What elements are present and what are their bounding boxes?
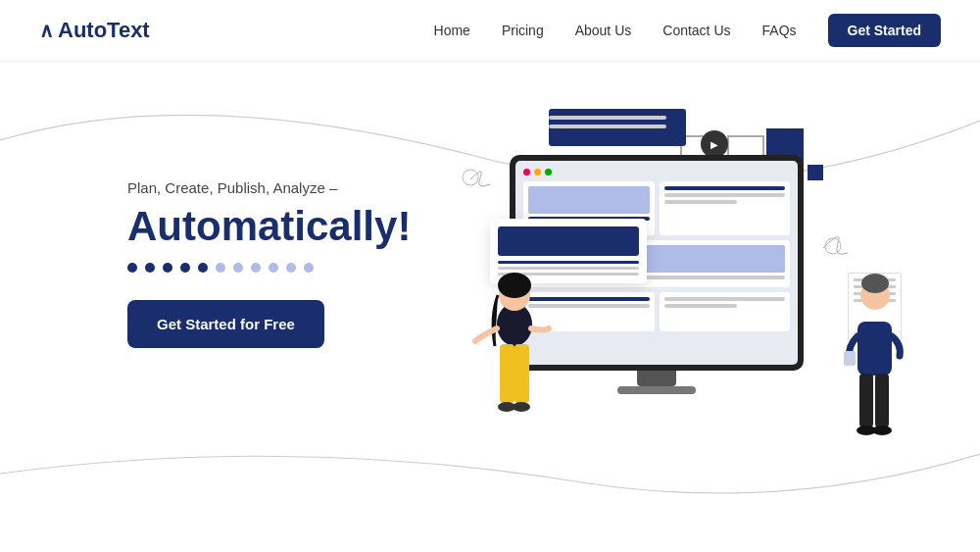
dot-9 [269, 263, 278, 273]
dot-2 [145, 263, 155, 273]
screen-dots [523, 169, 790, 176]
dot-3 [163, 263, 172, 273]
nav-pricing[interactable]: Pricing [502, 23, 544, 38]
dots-decoration [127, 263, 411, 273]
banner-lines [549, 116, 666, 128]
svg-rect-13 [875, 374, 889, 427]
illustration-wrap: ▶ [451, 81, 921, 503]
dot-4 [180, 263, 190, 273]
sc-block-5 [660, 292, 791, 331]
nav-cta-button[interactable]: Get Started [828, 14, 941, 47]
svg-rect-5 [500, 344, 514, 403]
navbar: ∧ AutoText Home Pricing About Us Contact… [0, 0, 980, 62]
svg-point-8 [513, 402, 530, 412]
svg-rect-6 [514, 344, 529, 403]
svg-point-11 [861, 274, 889, 293]
hero-section: Plan, Create, Publish, Analyze – Automat… [0, 62, 980, 552]
banner-line-2 [549, 125, 666, 128]
sc-line-5 [664, 200, 737, 204]
nav-faqs[interactable]: FAQs [762, 23, 797, 38]
svg-rect-16 [844, 351, 856, 366]
sc-line-9 [664, 297, 786, 301]
screen-dot-yellow [534, 169, 541, 176]
hero-title: Automatically! [127, 204, 411, 249]
sc-block-2 [660, 181, 791, 235]
hero-cta-button[interactable]: Get Started for Free [127, 300, 324, 348]
dot-8 [251, 263, 261, 273]
screen-dot-red [523, 169, 530, 176]
nav-about[interactable]: About Us [575, 23, 632, 38]
dot-5 [198, 263, 208, 273]
sc-image-1 [528, 186, 650, 214]
person-man [838, 258, 911, 454]
hero-subtitle: Plan, Create, Publish, Analyze – [127, 179, 411, 196]
svg-point-4 [498, 273, 531, 298]
hero-content: Plan, Create, Publish, Analyze – Automat… [127, 179, 411, 348]
svg-rect-9 [858, 322, 892, 376]
logo-icon: ∧ [39, 19, 54, 42]
brand-name: AutoText [58, 18, 150, 43]
person-woman [470, 258, 559, 454]
monitor-stand [637, 371, 676, 386]
nav-contact[interactable]: Contact Us [662, 23, 730, 38]
banner-line-1 [549, 116, 666, 120]
dot-10 [286, 263, 296, 273]
screen-dot-green [545, 169, 552, 176]
dot-11 [304, 263, 314, 273]
sc-line-4 [664, 193, 786, 197]
sc-line-10 [664, 304, 737, 308]
monitor-base [617, 386, 696, 394]
nav-links: Home Pricing About Us Contact Us FAQs Ge… [434, 14, 941, 47]
sc-line-3 [664, 186, 786, 190]
deco-square-small [808, 165, 823, 180]
dot-7 [233, 263, 243, 273]
dot-1 [127, 263, 137, 273]
dot-6 [216, 263, 225, 273]
nav-home[interactable]: Home [434, 23, 470, 38]
svg-point-15 [872, 426, 892, 435]
co-banner [498, 226, 639, 256]
play-button-icon[interactable]: ▶ [701, 130, 728, 158]
svg-rect-12 [859, 374, 873, 427]
brand-logo: ∧ AutoText [39, 18, 150, 43]
